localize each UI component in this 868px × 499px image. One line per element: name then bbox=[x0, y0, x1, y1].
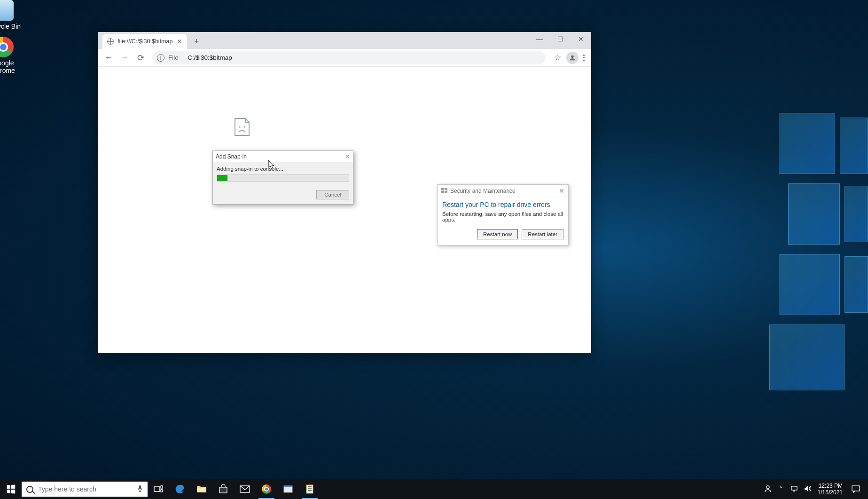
windows-logo-icon bbox=[7, 485, 16, 494]
taskbar: Type here to search bbox=[0, 479, 868, 499]
browser-tab[interactable]: file:///C:/$i30:$bitmap ✕ bbox=[102, 34, 187, 49]
desktop-icon-recycle-bin[interactable]: Recycle Bin bbox=[0, 0, 24, 30]
new-tab-button[interactable]: + bbox=[190, 35, 203, 48]
tray-overflow[interactable]: ˄ bbox=[774, 485, 788, 493]
system-tray: ˄ 12:23 PM 1/15/2021 bbox=[761, 479, 868, 499]
bookmark-button[interactable]: ☆ bbox=[550, 51, 564, 65]
svg-rect-4 bbox=[154, 487, 160, 491]
svg-rect-15 bbox=[308, 490, 312, 491]
security-notification: Security and Maintenance ✕ Restart your … bbox=[437, 184, 569, 246]
action-center-button[interactable] bbox=[846, 479, 865, 499]
tray-volume-icon[interactable] bbox=[801, 485, 814, 493]
mic-icon[interactable] bbox=[137, 485, 143, 494]
progress-bar bbox=[217, 174, 349, 182]
wallpaper-light bbox=[751, 113, 868, 404]
taskbar-edge[interactable] bbox=[169, 479, 191, 499]
svg-rect-11 bbox=[284, 486, 292, 487]
taskbar-file-explorer[interactable] bbox=[191, 479, 212, 499]
svg-point-1 bbox=[239, 126, 240, 127]
restart-now-button[interactable]: Restart now bbox=[477, 229, 518, 239]
taskbar-app-generic[interactable] bbox=[277, 479, 299, 499]
maximize-button[interactable]: ☐ bbox=[550, 32, 571, 46]
svg-point-2 bbox=[243, 126, 245, 127]
dialog-titlebar[interactable]: Add Snap-in ✕ bbox=[213, 151, 353, 162]
tab-close-button[interactable]: ✕ bbox=[177, 38, 182, 45]
tab-strip: file:///C:/$i30:$bitmap ✕ + — ☐ ✕ bbox=[98, 32, 591, 49]
address-bar[interactable]: i File | C:/$i30:$bitmap bbox=[152, 51, 546, 64]
close-window-button[interactable]: ✕ bbox=[571, 32, 591, 46]
add-snapin-dialog: Add Snap-in ✕ Adding snap-in to console.… bbox=[212, 150, 353, 205]
sad-file-icon bbox=[234, 118, 250, 136]
taskbar-store[interactable] bbox=[212, 479, 234, 499]
svg-rect-13 bbox=[308, 486, 312, 487]
notif-message: Before restarting, save any open files a… bbox=[442, 211, 563, 222]
tab-title: file:///C:/$i30:$bitmap bbox=[117, 38, 172, 45]
start-button[interactable] bbox=[0, 479, 22, 499]
tray-people[interactable] bbox=[761, 485, 774, 494]
svg-rect-17 bbox=[791, 486, 797, 490]
restart-later-button[interactable]: Restart later bbox=[522, 229, 563, 239]
svg-rect-18 bbox=[793, 491, 795, 491]
search-placeholder: Type here to search bbox=[38, 485, 96, 493]
window-controls: — ☐ ✕ bbox=[529, 32, 591, 46]
svg-point-16 bbox=[766, 486, 769, 489]
person-icon bbox=[569, 54, 576, 62]
chrome-menu-button[interactable] bbox=[580, 55, 587, 61]
profile-button[interactable] bbox=[566, 52, 579, 64]
svg-rect-7 bbox=[197, 488, 206, 492]
tray-time: 12:23 PM bbox=[818, 483, 843, 489]
svg-rect-14 bbox=[308, 488, 312, 489]
search-icon bbox=[26, 486, 33, 493]
taskbar-mail[interactable] bbox=[234, 479, 256, 499]
svg-rect-19 bbox=[852, 486, 860, 491]
progress-fill bbox=[217, 175, 227, 181]
notif-source: Security and Maintenance bbox=[450, 188, 516, 194]
notif-close-button[interactable]: ✕ bbox=[559, 187, 564, 195]
cancel-button[interactable]: Cancel bbox=[316, 190, 349, 199]
notif-heading: Restart your PC to repair drive errors bbox=[442, 201, 563, 208]
tray-network-icon[interactable] bbox=[788, 485, 801, 493]
tray-date: 1/15/2021 bbox=[818, 489, 843, 496]
task-view-button[interactable] bbox=[148, 479, 169, 499]
forward-button[interactable]: → bbox=[117, 51, 132, 65]
dialog-title: Add Snap-in bbox=[216, 153, 247, 160]
dialog-message: Adding snap-in to console... bbox=[217, 166, 349, 172]
taskbar-apps bbox=[148, 479, 321, 499]
taskbar-chrome[interactable] bbox=[256, 479, 277, 499]
desktop-icon-label: Recycle Bin bbox=[0, 23, 24, 30]
minimize-button[interactable]: — bbox=[529, 32, 550, 46]
desktop-icon-chrome[interactable]: Google Chrome bbox=[0, 37, 24, 74]
site-info-icon[interactable]: i bbox=[157, 54, 164, 62]
desktop: Recycle Bin Google Chrome file:///C:/$i3… bbox=[0, 0, 868, 499]
url-scheme: File bbox=[168, 54, 179, 61]
svg-rect-3 bbox=[139, 485, 141, 489]
notif-titlebar: Security and Maintenance ✕ bbox=[438, 185, 568, 197]
taskbar-search[interactable]: Type here to search bbox=[22, 482, 148, 497]
dialog-close-button[interactable]: ✕ bbox=[345, 153, 350, 160]
tray-clock[interactable]: 12:23 PM 1/15/2021 bbox=[814, 483, 846, 496]
browser-toolbar: ← → ⟳ i File | C:/$i30:$bitmap ☆ bbox=[98, 49, 591, 67]
svg-point-0 bbox=[571, 55, 573, 57]
security-flag-icon bbox=[441, 188, 447, 193]
globe-icon bbox=[107, 38, 114, 45]
back-button[interactable]: ← bbox=[102, 51, 116, 65]
svg-rect-5 bbox=[161, 486, 163, 488]
svg-rect-6 bbox=[161, 490, 163, 492]
reload-button[interactable]: ⟳ bbox=[133, 51, 148, 65]
svg-rect-8 bbox=[219, 487, 227, 493]
desktop-icon-label: Google Chrome bbox=[0, 59, 24, 74]
taskbar-mmc[interactable] bbox=[299, 479, 321, 499]
url-path: C:/$i30:$bitmap bbox=[188, 54, 232, 61]
